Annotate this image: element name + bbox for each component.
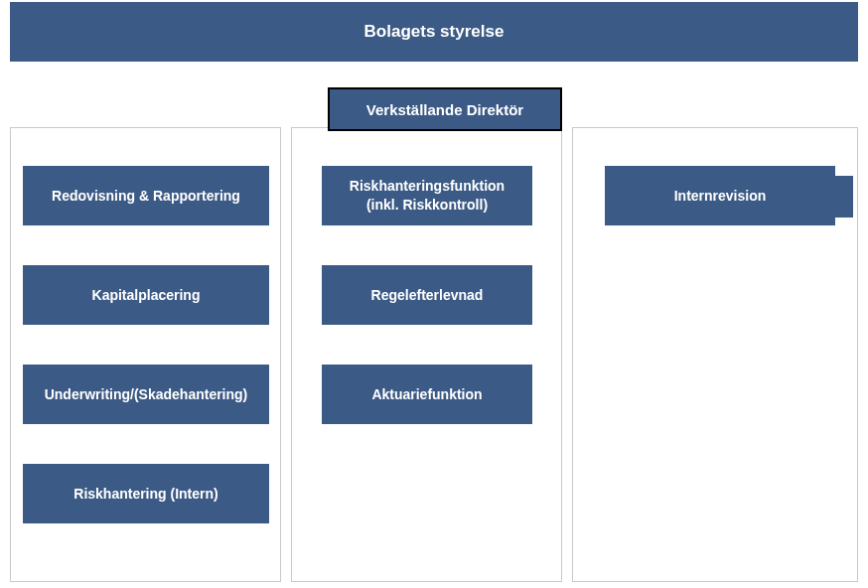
left-item-underwriting-claims: Underwriting/(Skadehantering) xyxy=(23,365,269,424)
middle-item-compliance: Regelefterlevnad xyxy=(322,265,532,325)
cell-label: Redovisning & Rapportering xyxy=(52,187,240,206)
left-item-accounting-reporting: Redovisning & Rapportering xyxy=(23,166,269,225)
board-header: Bolagets styrelse xyxy=(10,2,858,62)
cell-label: Internrevision xyxy=(674,187,767,206)
column-right: Internrevision xyxy=(572,127,858,582)
board-header-label: Bolagets styrelse xyxy=(364,22,505,42)
cell-label: Riskhantering (Intern) xyxy=(73,485,217,504)
right-item-internal-audit: Internrevision xyxy=(605,166,835,225)
cell-label: Riskhanteringsfunktion (inkl. Riskkontro… xyxy=(332,177,522,215)
column-middle: Riskhanteringsfunktion (inkl. Riskkontro… xyxy=(291,127,562,582)
cell-label: Underwriting/(Skadehantering) xyxy=(45,385,248,404)
cell-label: Aktuariefunktion xyxy=(371,385,482,404)
left-item-risk-management-internal: Riskhantering (Intern) xyxy=(23,464,269,523)
left-item-capital-placement: Kapitalplacering xyxy=(23,265,269,325)
ceo-box: Verkställande Direktör xyxy=(328,87,562,131)
middle-item-actuary-function: Aktuariefunktion xyxy=(322,365,532,424)
cell-label: Kapitalplacering xyxy=(92,286,201,305)
cell-label: Regelefterlevnad xyxy=(371,286,484,305)
column-left: Redovisning & Rapportering Kapitalplacer… xyxy=(10,127,281,582)
middle-item-risk-function: Riskhanteringsfunktion (inkl. Riskkontro… xyxy=(322,166,532,225)
ceo-label: Verkställande Direktör xyxy=(366,101,523,118)
